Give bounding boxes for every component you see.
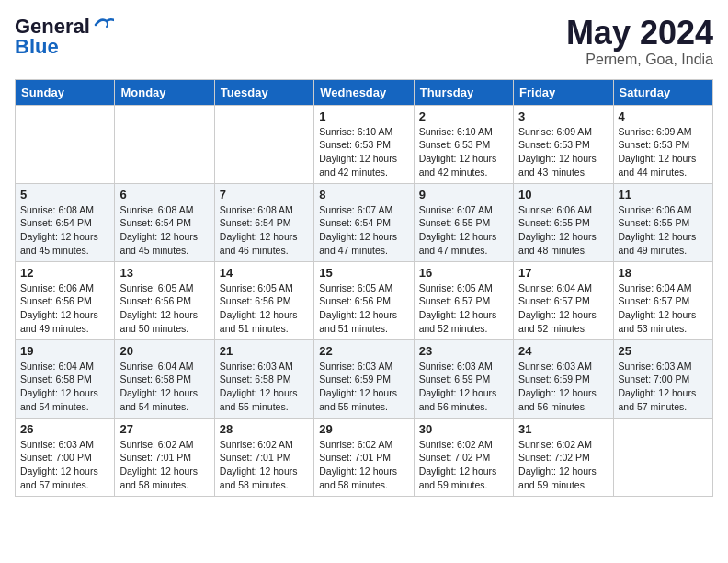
day-number: 6 xyxy=(119,188,209,201)
day-number: 24 xyxy=(518,344,608,358)
day-number: 28 xyxy=(220,422,309,436)
day-number: 14 xyxy=(220,266,309,280)
calendar-day-cell: 20Sunrise: 6:04 AMSunset: 6:58 PMDayligh… xyxy=(115,339,214,418)
calendar-day-cell: 10Sunrise: 6:06 AMSunset: 6:55 PMDayligh… xyxy=(514,183,613,261)
day-info: Sunrise: 6:02 AMSunset: 7:01 PMDaylight:… xyxy=(119,438,209,492)
day-number: 1 xyxy=(319,109,408,123)
calendar-week-row: 5Sunrise: 6:08 AMSunset: 6:54 PMDaylight… xyxy=(16,183,713,261)
day-number: 31 xyxy=(518,422,608,436)
day-info: Sunrise: 6:09 AMSunset: 6:53 PMDaylight:… xyxy=(518,125,608,179)
calendar-day-cell: 25Sunrise: 6:03 AMSunset: 7:00 PMDayligh… xyxy=(613,339,712,418)
calendar-day-cell: 4Sunrise: 6:09 AMSunset: 6:53 PMDaylight… xyxy=(613,105,712,183)
day-number: 29 xyxy=(319,422,408,436)
day-info: Sunrise: 6:07 AMSunset: 6:55 PMDaylight:… xyxy=(419,203,508,258)
day-info: Sunrise: 6:03 AMSunset: 6:58 PMDaylight:… xyxy=(220,360,309,414)
calendar-week-row: 1Sunrise: 6:10 AMSunset: 6:53 PMDaylight… xyxy=(16,105,713,183)
day-number: 11 xyxy=(619,188,708,201)
day-info: Sunrise: 6:08 AMSunset: 6:54 PMDaylight:… xyxy=(220,203,309,258)
day-info: Sunrise: 6:07 AMSunset: 6:54 PMDaylight:… xyxy=(319,203,408,258)
weekday-header-sunday: Sunday xyxy=(16,79,115,105)
title-block: May 2024 Pernem, Goa, India xyxy=(566,15,713,68)
day-number: 20 xyxy=(119,344,209,358)
empty-day-cell xyxy=(16,105,115,183)
day-info: Sunrise: 6:06 AMSunset: 6:56 PMDaylight:… xyxy=(20,282,109,336)
day-info: Sunrise: 6:06 AMSunset: 6:55 PMDaylight:… xyxy=(518,203,608,258)
calendar-day-cell: 9Sunrise: 6:07 AMSunset: 6:55 PMDaylight… xyxy=(414,183,513,261)
calendar-day-cell: 19Sunrise: 6:04 AMSunset: 6:58 PMDayligh… xyxy=(16,339,115,418)
calendar-day-cell: 24Sunrise: 6:03 AMSunset: 6:59 PMDayligh… xyxy=(514,339,613,418)
weekday-header-friday: Friday xyxy=(514,79,613,105)
day-info: Sunrise: 6:05 AMSunset: 6:56 PMDaylight:… xyxy=(319,282,408,336)
day-number: 27 xyxy=(119,422,209,436)
calendar-day-cell: 22Sunrise: 6:03 AMSunset: 6:59 PMDayligh… xyxy=(314,339,414,418)
calendar-day-cell: 13Sunrise: 6:05 AMSunset: 6:56 PMDayligh… xyxy=(115,261,214,339)
day-number: 4 xyxy=(619,109,708,123)
calendar-table: SundayMondayTuesdayWednesdayThursdayFrid… xyxy=(15,79,713,497)
calendar-day-cell: 23Sunrise: 6:03 AMSunset: 6:59 PMDayligh… xyxy=(414,339,513,418)
calendar-day-cell: 6Sunrise: 6:08 AMSunset: 6:54 PMDaylight… xyxy=(115,183,214,261)
empty-day-cell xyxy=(115,105,214,183)
day-number: 12 xyxy=(20,266,109,280)
location: Pernem, Goa, India xyxy=(566,52,713,68)
day-number: 18 xyxy=(619,266,708,280)
calendar-week-row: 26Sunrise: 6:03 AMSunset: 7:00 PMDayligh… xyxy=(16,418,713,496)
calendar-day-cell: 17Sunrise: 6:04 AMSunset: 6:57 PMDayligh… xyxy=(514,261,613,339)
calendar-day-cell: 3Sunrise: 6:09 AMSunset: 6:53 PMDaylight… xyxy=(514,105,613,183)
day-number: 22 xyxy=(319,344,408,358)
day-number: 30 xyxy=(419,422,508,436)
day-number: 2 xyxy=(419,109,508,123)
calendar-week-row: 12Sunrise: 6:06 AMSunset: 6:56 PMDayligh… xyxy=(16,261,713,339)
calendar-day-cell: 31Sunrise: 6:02 AMSunset: 7:02 PMDayligh… xyxy=(514,418,613,496)
day-number: 3 xyxy=(518,109,608,123)
day-info: Sunrise: 6:08 AMSunset: 6:54 PMDaylight:… xyxy=(119,203,209,258)
calendar-day-cell: 11Sunrise: 6:06 AMSunset: 6:55 PMDayligh… xyxy=(613,183,712,261)
calendar-day-cell: 12Sunrise: 6:06 AMSunset: 6:56 PMDayligh… xyxy=(16,261,115,339)
day-number: 5 xyxy=(20,188,109,201)
day-info: Sunrise: 6:02 AMSunset: 7:01 PMDaylight:… xyxy=(220,438,309,492)
calendar-day-cell: 14Sunrise: 6:05 AMSunset: 6:56 PMDayligh… xyxy=(214,261,313,339)
day-info: Sunrise: 6:06 AMSunset: 6:55 PMDaylight:… xyxy=(619,203,708,258)
day-number: 25 xyxy=(619,344,708,358)
weekday-header-saturday: Saturday xyxy=(613,79,712,105)
day-number: 7 xyxy=(220,188,309,201)
calendar-day-cell: 2Sunrise: 6:10 AMSunset: 6:53 PMDaylight… xyxy=(414,105,513,183)
day-info: Sunrise: 6:08 AMSunset: 6:54 PMDaylight:… xyxy=(20,203,109,258)
calendar-day-cell: 8Sunrise: 6:07 AMSunset: 6:54 PMDaylight… xyxy=(314,183,414,261)
day-number: 21 xyxy=(220,344,309,358)
day-info: Sunrise: 6:03 AMSunset: 6:59 PMDaylight:… xyxy=(518,360,608,414)
day-info: Sunrise: 6:03 AMSunset: 6:59 PMDaylight:… xyxy=(419,360,508,414)
calendar-day-cell: 18Sunrise: 6:04 AMSunset: 6:57 PMDayligh… xyxy=(613,261,712,339)
day-number: 15 xyxy=(319,266,408,280)
month-title: May 2024 xyxy=(566,15,713,52)
day-info: Sunrise: 6:10 AMSunset: 6:53 PMDaylight:… xyxy=(319,125,408,179)
calendar-day-cell: 28Sunrise: 6:02 AMSunset: 7:01 PMDayligh… xyxy=(214,418,313,496)
weekday-header-tuesday: Tuesday xyxy=(214,79,313,105)
weekday-header-row: SundayMondayTuesdayWednesdayThursdayFrid… xyxy=(16,79,713,105)
day-number: 8 xyxy=(319,188,408,201)
calendar-week-row: 19Sunrise: 6:04 AMSunset: 6:58 PMDayligh… xyxy=(16,339,713,418)
day-number: 10 xyxy=(518,188,608,201)
day-info: Sunrise: 6:02 AMSunset: 7:02 PMDaylight:… xyxy=(419,438,508,492)
empty-day-cell xyxy=(613,418,712,496)
day-number: 9 xyxy=(419,188,508,201)
logo-blue-text: Blue xyxy=(15,35,59,59)
day-info: Sunrise: 6:05 AMSunset: 6:57 PMDaylight:… xyxy=(419,282,508,336)
day-number: 17 xyxy=(518,266,608,280)
day-info: Sunrise: 6:04 AMSunset: 6:57 PMDaylight:… xyxy=(619,282,708,336)
day-info: Sunrise: 6:04 AMSunset: 6:58 PMDaylight:… xyxy=(20,360,109,414)
weekday-header-wednesday: Wednesday xyxy=(314,79,414,105)
day-info: Sunrise: 6:05 AMSunset: 6:56 PMDaylight:… xyxy=(220,282,309,336)
weekday-header-thursday: Thursday xyxy=(414,79,513,105)
calendar-day-cell: 7Sunrise: 6:08 AMSunset: 6:54 PMDaylight… xyxy=(214,183,313,261)
calendar-day-cell: 1Sunrise: 6:10 AMSunset: 6:53 PMDaylight… xyxy=(314,105,414,183)
day-number: 19 xyxy=(20,344,109,358)
day-number: 16 xyxy=(419,266,508,280)
calendar-day-cell: 30Sunrise: 6:02 AMSunset: 7:02 PMDayligh… xyxy=(414,418,513,496)
calendar-day-cell: 29Sunrise: 6:02 AMSunset: 7:01 PMDayligh… xyxy=(314,418,414,496)
day-info: Sunrise: 6:05 AMSunset: 6:56 PMDaylight:… xyxy=(119,282,209,336)
day-info: Sunrise: 6:03 AMSunset: 6:59 PMDaylight:… xyxy=(319,360,408,414)
calendar-day-cell: 27Sunrise: 6:02 AMSunset: 7:01 PMDayligh… xyxy=(115,418,214,496)
day-info: Sunrise: 6:10 AMSunset: 6:53 PMDaylight:… xyxy=(419,125,508,179)
day-number: 23 xyxy=(419,344,508,358)
logo: General Blue xyxy=(15,15,114,59)
